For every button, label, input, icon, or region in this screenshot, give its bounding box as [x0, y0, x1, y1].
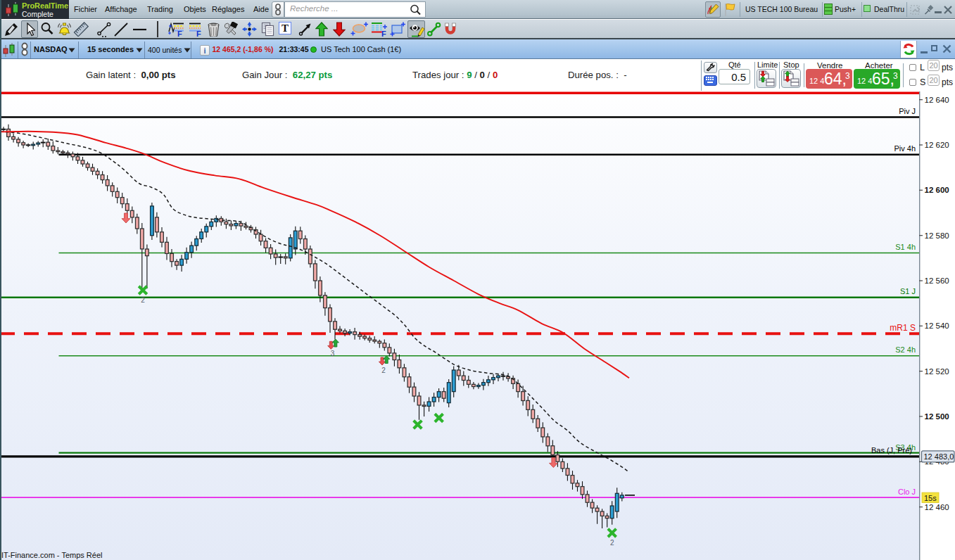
- svg-text:Bas (J, Pré): Bas (J, Pré): [871, 446, 912, 454]
- svg-text:Piv 4h: Piv 4h: [894, 144, 916, 153]
- svg-text:2: 2: [141, 296, 145, 304]
- svg-text:12 580: 12 580: [925, 231, 949, 240]
- svg-text:15s: 15s: [924, 494, 937, 502]
- svg-text:Clo J: Clo J: [898, 488, 916, 496]
- svg-text:3: 3: [331, 350, 335, 357]
- svg-text:S1 J: S1 J: [900, 287, 916, 295]
- svg-text:12 540: 12 540: [925, 322, 949, 330]
- svg-text:Piv J: Piv J: [899, 107, 916, 115]
- svg-text:F: F: [381, 30, 386, 37]
- svg-text:F: F: [177, 30, 182, 37]
- svg-text:2: 2: [610, 539, 614, 547]
- svg-text:12 620: 12 620: [925, 141, 949, 149]
- svg-text:12 483,0: 12 483,0: [924, 452, 954, 461]
- svg-text:2: 2: [381, 367, 386, 374]
- svg-text:12 600: 12 600: [925, 186, 949, 194]
- svg-text:F: F: [196, 30, 201, 37]
- svg-text:IT-Finance.com - Temps Réel: IT-Finance.com - Temps Réel: [1, 551, 102, 559]
- svg-text:mR1 S: mR1 S: [890, 323, 916, 333]
- svg-text:S2 4h: S2 4h: [895, 345, 916, 354]
- svg-text:12 460: 12 460: [925, 503, 949, 511]
- svg-text:12 500: 12 500: [925, 412, 949, 421]
- svg-text:12 640: 12 640: [925, 96, 949, 104]
- svg-text:S1 4h: S1 4h: [895, 243, 916, 251]
- svg-text:12 520: 12 520: [925, 367, 949, 376]
- svg-text:12 560: 12 560: [925, 276, 949, 285]
